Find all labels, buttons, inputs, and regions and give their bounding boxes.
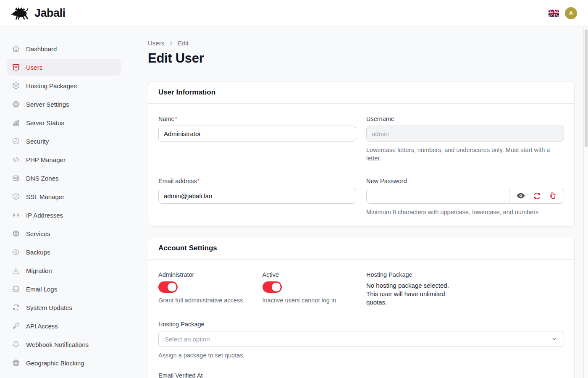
- show-password-button[interactable]: [516, 191, 525, 200]
- password-helper: Minimum 8 characters with uppercase, low…: [366, 208, 564, 216]
- user-avatar[interactable]: A: [565, 7, 577, 19]
- shield-check-icon: [12, 192, 20, 201]
- sidebar-item-label: Geographic Blocking: [26, 360, 84, 367]
- active-toggle-group: Active Inactive users cannot log in: [262, 271, 357, 307]
- gear-icon: [12, 100, 20, 108]
- active-helper: Inactive users cannot log in: [262, 297, 357, 304]
- hosting-package-helper: Assign a package to set quotas.: [158, 351, 564, 360]
- sidebar-item-label: Backups: [26, 249, 50, 256]
- administrator-toggle-group: Administrator Grant full administrative …: [158, 271, 252, 307]
- uk-flag-icon: [549, 10, 559, 17]
- bar-chart-icon: [12, 118, 20, 127]
- sidebar-item-label: Server Status: [26, 119, 64, 126]
- sidebar-item-services[interactable]: Services: [7, 225, 121, 242]
- sidebar-item-label: Services: [26, 230, 50, 237]
- hosting-package-summary-text: No hosting package selected. This user w…: [366, 281, 460, 307]
- sidebar-item-label: Webhook Notifications: [26, 341, 89, 348]
- sidebar-item-label: System Updates: [26, 304, 72, 311]
- copy-icon: [549, 192, 557, 200]
- sidebar-item-dashboard[interactable]: Dashboard: [7, 40, 121, 57]
- email-field-group: Email address*: [158, 178, 356, 216]
- signal-icon: [12, 211, 20, 219]
- globe-icon: [12, 359, 20, 367]
- bell-icon: [12, 340, 20, 349]
- administrator-label: Administrator: [158, 271, 252, 278]
- brand-logo[interactable]: Jabali: [11, 6, 66, 20]
- sidebar-item-geographic-blocking[interactable]: Geographic Blocking: [7, 354, 121, 371]
- username-label: Username: [366, 116, 564, 122]
- active-toggle[interactable]: [262, 281, 282, 293]
- email-label: Email address*: [158, 178, 356, 184]
- name-input[interactable]: [158, 126, 356, 142]
- main-content: Users Edit Edit User User Information Na…: [128, 27, 588, 378]
- sidebar-item-migration[interactable]: Migration: [7, 262, 121, 279]
- page-title: Edit User: [148, 51, 575, 66]
- sidebar-item-backups[interactable]: Backups: [7, 244, 121, 260]
- sidebar-item-label: Migration: [26, 267, 52, 274]
- brand-name: Jabali: [34, 7, 66, 20]
- sidebar-item-label: API Access: [26, 323, 58, 330]
- username-helper: Lowercase letters, numbers, and undersco…: [366, 146, 564, 163]
- sidebar-item-label: Dashboard: [26, 45, 57, 52]
- sidebar-item-email-logs[interactable]: Email Logs: [7, 281, 121, 297]
- sidebar-item-dns-zones[interactable]: DNS Zones: [7, 170, 121, 186]
- hosting-package-summary-label: Hosting Package: [366, 271, 460, 278]
- sidebar-item-webhook-notifications[interactable]: Webhook Notifications: [7, 336, 121, 353]
- breadcrumb-users-link[interactable]: Users: [148, 39, 164, 47]
- inbox-icon: [12, 285, 20, 293]
- hosting-package-select-group: Hosting Package Select an option Assign …: [158, 321, 564, 360]
- sidebar-item-label: IP Addresses: [26, 212, 63, 219]
- users-archive-icon: [12, 63, 20, 71]
- home-icon: [12, 45, 20, 53]
- sidebar-item-label: PHP Manager: [26, 156, 66, 163]
- generate-password-button[interactable]: [533, 192, 541, 200]
- page-scrollbar-thumb[interactable]: [585, 29, 588, 147]
- server-stack-icon: [12, 174, 20, 182]
- sidebar-item-api-access[interactable]: API Access: [7, 318, 121, 334]
- name-field-group: Name*: [158, 116, 356, 163]
- sidebar-item-ip-addresses[interactable]: IP Addresses: [7, 207, 121, 223]
- copy-password-button[interactable]: [549, 192, 557, 200]
- sidebar-item-system-updates[interactable]: System Updates: [7, 299, 121, 316]
- sidebar-item-users[interactable]: Users: [7, 59, 121, 76]
- key-icon: [12, 322, 20, 330]
- email-verified-at-label: Email Verified At: [158, 372, 564, 378]
- sidebar-nav: Dashboard Users Hosting Packages Server …: [0, 27, 128, 378]
- account-settings-card: Account Settings Administrator Grant ful…: [148, 237, 575, 378]
- sidebar-item-label: Server Settings: [26, 101, 69, 108]
- name-label: Name*: [158, 116, 356, 122]
- shield-check-icon: [12, 137, 20, 145]
- sidebar-item-ssl-manager[interactable]: SSL Manager: [7, 188, 121, 205]
- email-verified-at-group: Email Verified At dd/mm/yyyy --:--: [158, 372, 564, 378]
- sidebar-item-hosting-packages[interactable]: Hosting Packages: [7, 77, 121, 94]
- breadcrumb-current: Edit: [178, 39, 189, 47]
- cloud-upload-icon: [12, 248, 20, 256]
- email-input[interactable]: [158, 188, 356, 204]
- hosting-package-select[interactable]: Select an option: [158, 331, 564, 347]
- administrator-helper: Grant full administrative access: [158, 297, 252, 304]
- sidebar-item-label: Hosting Packages: [26, 82, 77, 89]
- sidebar-item-server-status[interactable]: Server Status: [7, 114, 121, 131]
- language-flag-icon[interactable]: [549, 10, 559, 17]
- chevron-down-icon: [551, 336, 558, 342]
- username-input[interactable]: [366, 126, 564, 142]
- hosting-package-summary: Hosting Package No hosting package selec…: [366, 271, 460, 307]
- eye-icon: [516, 191, 525, 200]
- required-asterisk: *: [175, 116, 177, 122]
- sidebar-item-php-manager[interactable]: PHP Manager: [7, 151, 121, 168]
- download-tray-icon: [12, 266, 20, 275]
- sidebar-item-server-settings[interactable]: Server Settings: [7, 96, 121, 113]
- sidebar-item-label: Users: [26, 64, 42, 71]
- sidebar-item-label: DNS Zones: [26, 175, 59, 182]
- active-label: Active: [262, 271, 357, 278]
- refresh-icon: [533, 192, 541, 200]
- gear-icon: [12, 229, 20, 238]
- username-field-group: Username Lowercase letters, numbers, and…: [366, 116, 564, 163]
- top-header: Jabali A: [0, 0, 588, 27]
- new-password-label: New Password: [366, 178, 564, 184]
- sidebar-item-security[interactable]: Security: [7, 133, 121, 150]
- sidebar-item-label: SSL Manager: [26, 193, 64, 200]
- new-password-input[interactable]: [367, 188, 509, 203]
- administrator-toggle[interactable]: [158, 281, 178, 293]
- user-information-card: User Information Name* Username Lowercas…: [148, 81, 575, 227]
